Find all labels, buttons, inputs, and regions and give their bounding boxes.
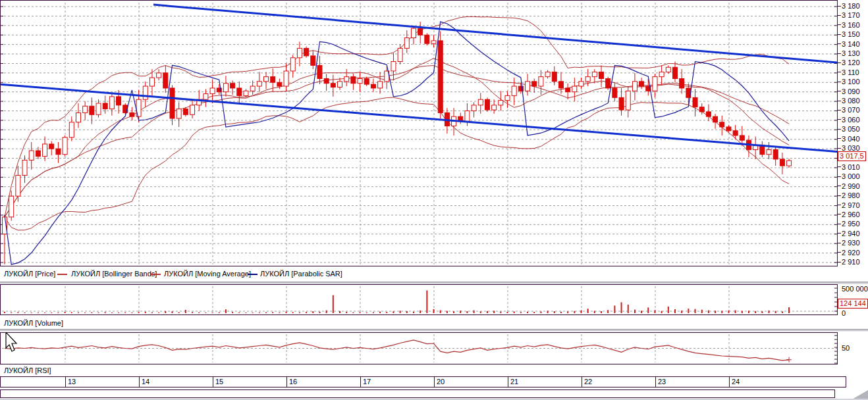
chart-application-window: 3 1803 1703 1603 1503 1403 1303 1203 110… [0, 0, 868, 400]
rsi-panel[interactable] [0, 332, 838, 364]
price-y-axis: 3 1803 1703 1603 1503 1403 1303 1203 110… [838, 0, 868, 270]
y-axis-tick [838, 53, 841, 54]
y-axis-tick [838, 15, 841, 16]
y-axis-label: 2 920 [842, 249, 860, 257]
date-axis-cell: 14 [139, 377, 213, 387]
y-axis-tick [838, 43, 841, 44]
y-axis-label: 3 150 [842, 30, 860, 38]
y-axis-label: 3 170 [842, 11, 860, 19]
y-axis-tick [838, 176, 841, 177]
y-axis-tick [838, 166, 841, 167]
date-axis-row: 13141516172021222324 [0, 376, 846, 388]
y-axis-label: 2 960 [842, 211, 860, 218]
y-axis-label: 2 970 [842, 201, 860, 209]
y-axis-tick [838, 138, 841, 139]
y-axis-tick [838, 34, 841, 35]
date-axis-cell: 21 [508, 377, 582, 387]
y-axis-tick [838, 243, 841, 243]
y-axis-tick [838, 119, 841, 120]
date-axis-cell: 23 [655, 377, 729, 387]
legend: ЛУКОЙЛ [Price] ЛУКОЙЛ [Bollinger Bands] … [0, 268, 838, 281]
y-axis-tick [838, 101, 841, 101]
y-axis-tick [838, 214, 841, 214]
y-axis-label: 2 980 [842, 191, 860, 199]
y-axis-label: 3 090 [842, 88, 860, 95]
y-axis-tick [838, 233, 841, 234]
date-axis-cell: 24 [729, 377, 846, 387]
y-axis-label: 3 130 [842, 49, 860, 57]
y-axis-tick [838, 82, 841, 82]
rsi-axis-mid-label: 50 [842, 344, 850, 352]
legend-item-bollinger: ЛУКОЙЛ [Bollinger Bands] [71, 270, 157, 278]
y-axis-tick [838, 91, 841, 91]
date-axis-cell: 15 [213, 377, 286, 387]
y-axis-tick [838, 24, 841, 25]
y-axis-label: 3 140 [842, 40, 860, 48]
y-axis-tick [838, 195, 841, 196]
y-axis-label: 3 070 [842, 106, 860, 114]
y-axis-tick [838, 252, 841, 253]
y-axis-tick [838, 186, 841, 186]
date-axis-cell: 22 [582, 377, 655, 387]
last-price-badge: 3 017,5 [838, 151, 866, 161]
y-axis-label: 3 060 [842, 116, 860, 124]
y-axis-tick [838, 72, 841, 72]
rsi-y-axis: 50 [838, 332, 868, 366]
date-axis-cell: 13 [65, 377, 139, 387]
mouse-cursor-icon [5, 332, 18, 352]
date-axis-cell: 16 [286, 377, 360, 387]
last-volume-badge: 124 144 [838, 299, 868, 309]
date-axis-cell [1, 377, 65, 387]
y-axis-label: 3 080 [842, 97, 860, 105]
y-axis-label: 2 910 [842, 258, 860, 266]
y-axis-tick [838, 63, 841, 63]
y-axis-label: 3 180 [842, 2, 860, 10]
y-axis-label: 3 160 [842, 21, 860, 29]
y-axis-label: 3 000 [842, 172, 860, 180]
legend-item-parabolic-sar: ЛУКОЙЛ [Parabolic SAR] [260, 270, 342, 278]
y-axis-tick [838, 148, 841, 149]
y-axis-label: 2 940 [842, 230, 860, 238]
y-axis-label: 2 950 [842, 220, 860, 228]
date-axis-cell: 20 [434, 377, 508, 387]
horizontal-scrollbar[interactable] [0, 389, 835, 398]
volume-panel[interactable] [0, 284, 838, 315]
y-axis-tick [838, 224, 841, 224]
date-axis-cell: 17 [360, 377, 434, 387]
volume-axis-max-label: 500 000 [842, 285, 868, 293]
y-axis-label: 3 120 [842, 59, 860, 66]
y-axis-label: 3 050 [842, 125, 860, 133]
legend-item-moving-average: ЛУКОЙЛ [Moving Average] [164, 270, 251, 278]
y-axis-label: 3 040 [842, 135, 860, 143]
legend-item-price: ЛУКОЙЛ [Price] [4, 270, 55, 278]
panel-splitter-2[interactable] [0, 329, 868, 332]
y-axis-label: 2 990 [842, 182, 860, 190]
bollinger-swatch-icon [57, 274, 67, 275]
y-axis-tick [838, 110, 841, 111]
y-axis-tick [838, 6, 841, 7]
parabolic-sar-swatch-icon [248, 274, 258, 275]
volume-panel-label: ЛУКОЙЛ [Volume] [4, 319, 63, 327]
y-axis-label: 3 110 [842, 68, 859, 76]
moving-average-swatch-icon [151, 274, 161, 275]
y-axis-label: 3 100 [842, 78, 860, 86]
y-axis-label: 3 010 [842, 163, 860, 171]
y-axis-tick [838, 262, 841, 262]
y-axis-label: 2 930 [842, 239, 860, 247]
volume-axis-zero-label: 0 [842, 309, 846, 317]
y-axis-tick [838, 129, 841, 130]
price-chart-panel[interactable] [0, 0, 838, 266]
rsi-panel-label: ЛУКОЙЛ [RSI] [4, 366, 51, 374]
y-axis-tick [838, 205, 841, 205]
